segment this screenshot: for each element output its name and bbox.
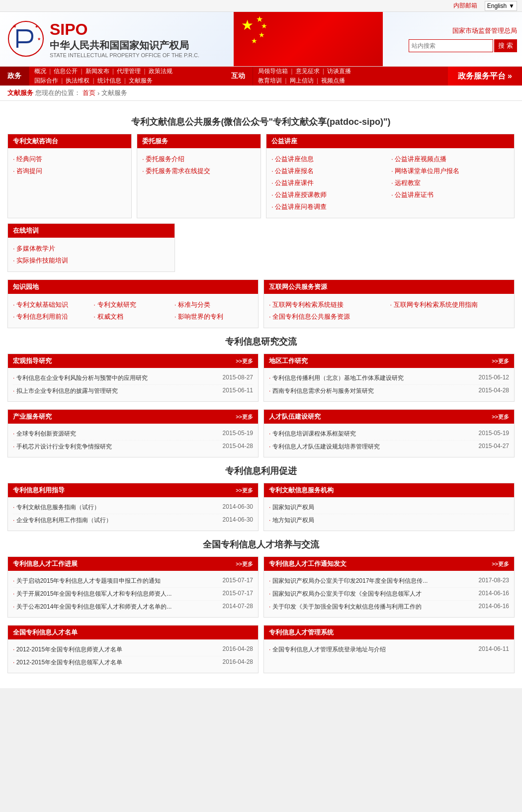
language-label: English <box>487 2 507 9</box>
patent-info-frontier-link[interactable]: 专利信息利用前沿 <box>16 313 68 320</box>
talent-notice-more-link[interactable]: >>更多 <box>492 560 509 568</box>
promote-guide-1-link[interactable]: 专利文献信息服务指南（试行） <box>13 503 218 512</box>
nav-links-zhengwu: 概况| 信息公开| 新闻发布| 代理管理| 政策法规 国际合作| 执法维权| 统… <box>29 65 224 87</box>
talent-progress-2-link[interactable]: 关于开展2015年全国专利信息领军人才和专利信息师资人... <box>13 590 218 598</box>
talent-progress-3-link[interactable]: 关于公布2014年全国专利信息领军人才和师资人才名单的... <box>13 603 218 611</box>
nav-tab-zhengwu[interactable]: 政务 <box>0 67 29 86</box>
lecture-teacher-link[interactable]: 公益讲座授课教师 <box>275 191 327 198</box>
promote-section-title: 专利信息利用促进 <box>7 465 515 477</box>
talent-notice-1-link[interactable]: 国家知识产权局办公室关于印发2017年度全国专利信息传... <box>269 577 474 585</box>
talent-research-item-1-date: 2015-05-19 <box>479 430 509 438</box>
standards-classification-link[interactable]: 标准与分类 <box>178 301 210 308</box>
remote-classroom-link[interactable]: 远程教室 <box>395 179 421 186</box>
language-selector[interactable]: English ▼ <box>485 1 517 11</box>
nav-link-education[interactable]: 教育培训 <box>258 77 282 85</box>
nav-link-docs[interactable]: 文献服务 <box>129 77 153 85</box>
industry-item-1-link[interactable]: 全球专利创新资源研究 <box>13 430 218 438</box>
nav-link-opinion[interactable]: 意见征求 <box>296 67 320 76</box>
talent-notice-2-link[interactable]: 国家知识产权局办公室关于印发《全国专利信息领军人才 <box>269 590 474 598</box>
talent-list-1-date: 2016-04-28 <box>223 645 253 654</box>
talent-research-item-1-link[interactable]: 专利信息培训课程体系框架研究 <box>269 430 474 438</box>
star-icon: ★ <box>241 17 254 33</box>
lecture-online-link[interactable]: 网络课堂单位用户报名 <box>395 167 459 175</box>
nav-link-interview[interactable]: 访谈直播 <box>327 67 351 76</box>
promote-guide-2-link[interactable]: 企业专利信息利用工作指南（试行） <box>13 516 218 525</box>
research-regional-more-link[interactable]: >>更多 <box>492 358 509 365</box>
lecture-courseware-link[interactable]: 公益讲座课件 <box>275 179 314 186</box>
regional-item-1-date: 2015-06-12 <box>479 374 509 382</box>
classic-qa-link[interactable]: 经典问答 <box>16 155 42 163</box>
talent-system-1-link[interactable]: 全国专利信息人才管理系统登录地址与介绍 <box>269 645 474 654</box>
nav-link-news[interactable]: 新闻发布 <box>86 67 109 76</box>
lecture-video-link[interactable]: 公益讲座视频点播 <box>395 155 446 163</box>
search-button[interactable]: 搜 索 <box>494 39 517 52</box>
research-box-regional-header: 地区工作研究 >>更多 <box>264 354 514 368</box>
talent-list-1-link[interactable]: 2012-2015年全国专利信息师资人才名单 <box>13 645 218 654</box>
nav-tab-hudong[interactable]: 互动 <box>224 67 253 86</box>
promote-box-guidance: 专利信息利用指导 >>更多 专利文献信息服务指南（试行） 2014-06-30 … <box>7 483 259 531</box>
nav-link-policy[interactable]: 政策法规 <box>149 67 173 76</box>
entrust-submit-link[interactable]: 委托服务需求在线提交 <box>146 167 210 175</box>
macro-item-1-link[interactable]: 专利信息在企业专利风险分析与预警中的应用研究 <box>13 374 218 382</box>
patent-doc-research-link[interactable]: 专利文献研究 <box>97 301 136 308</box>
talent-progress-2-date: 2015-07-17 <box>223 590 253 598</box>
promote-item: 企业专利信息利用工作指南（试行） 2014-06-30 <box>13 514 253 527</box>
research-item: 专利信息人才队伍建设规划培养管理研究 2015-04-27 <box>269 441 509 453</box>
lecture-register-link[interactable]: 公益讲座报名 <box>275 167 314 175</box>
macro-item-2-link[interactable]: 拟上市企业专利信息的披露与管理研究 <box>13 387 218 395</box>
promote-box-guidance-header: 专利信息利用指导 >>更多 <box>8 483 258 497</box>
authoritative-docs-link[interactable]: 权威文档 <box>97 313 123 320</box>
nav-link-petition[interactable]: 网上信访 <box>290 77 314 85</box>
talent-research-item-2-link[interactable]: 专利信息人才队伍建设规划培养管理研究 <box>269 443 474 451</box>
research-talent-more-link[interactable]: >>更多 <box>492 413 509 421</box>
regional-item-2-link[interactable]: 西南专利信息需求分析与服务对策研究 <box>269 387 474 395</box>
nav-link-agency[interactable]: 代理管理 <box>117 67 141 76</box>
service-box-knowledge-body: 专利文献基础知识 专利信息利用前沿 专利文献研究 权威文档 标准与分类 影响世界… <box>8 294 258 328</box>
gov-service-platform-btn[interactable]: 政务服务平台 » <box>448 67 522 86</box>
market-supervision-link[interactable]: 国家市场监督管理总局 <box>452 26 517 35</box>
internet-search-link-link[interactable]: 互联网专利检索系统链接 <box>272 301 344 308</box>
talent-notice-3-link[interactable]: 关于印发《关于加强全国专利文献信息传播与利用工作的 <box>269 603 474 611</box>
nav-link-video[interactable]: 视频点播 <box>321 77 345 85</box>
talent-box-notice-body: 国家知识产权局办公室关于印发2017年度全国专利信息传... 2017-08-2… <box>264 571 514 617</box>
national-ipr-link[interactable]: 国家知识产权局 <box>269 503 504 512</box>
research-grid-top: 宏观指导研究 >>更多 专利信息在企业专利风险分析与预警中的应用研究 2015-… <box>7 354 515 402</box>
talent-list-2-link[interactable]: 2012-2015年全国专利信息领军人才名单 <box>13 658 218 667</box>
search-input[interactable] <box>409 39 493 52</box>
operations-link[interactable]: 实际操作技能培训 <box>16 257 68 264</box>
nav-link-infopub[interactable]: 信息公开 <box>54 67 78 76</box>
macro-item-2-date: 2015-06-11 <box>223 387 253 395</box>
local-ipr-link[interactable]: 地方知识产权局 <box>269 516 504 525</box>
svg-text:★: ★ <box>12 23 17 29</box>
patent-doc-basic-link[interactable]: 专利文献基础知识 <box>16 301 68 308</box>
industry-item-2-link[interactable]: 手机芯片设计行业专利竞争情报研究 <box>13 443 218 451</box>
talent-item: 关于印发《关于加强全国专利文献信息传播与利用工作的 2014-06-16 <box>269 601 509 613</box>
nav-link-stats[interactable]: 统计信息 <box>97 77 121 85</box>
promote-guidance-more-link[interactable]: >>更多 <box>236 487 253 494</box>
lecture-info-link[interactable]: 公益讲座信息 <box>275 155 314 163</box>
internet-search-guide-link[interactable]: 互联网专利检索系统使用指南 <box>394 301 478 308</box>
entrust-intro-link[interactable]: 委托服务介绍 <box>146 155 184 163</box>
breadcrumb-home[interactable]: 首页 <box>83 89 95 97</box>
consult-link[interactable]: 咨询提问 <box>16 167 42 175</box>
world-patents-link[interactable]: 影响世界的专利 <box>178 313 223 320</box>
lecture-cert-link[interactable]: 公益讲座证书 <box>395 191 434 198</box>
lecture-survey-link[interactable]: 公益讲座问卷调查 <box>275 203 327 210</box>
multimedia-link[interactable]: 多媒体教学片 <box>16 245 55 252</box>
nav-link-overview[interactable]: 概况 <box>34 67 46 76</box>
nav-link-intl[interactable]: 国际合作 <box>34 77 58 85</box>
national-patent-service-link[interactable]: 全国专利信息公共服务资源 <box>272 313 350 320</box>
research-industry-more-link[interactable]: >>更多 <box>236 413 253 421</box>
promote-guide-2-date: 2014-06-30 <box>223 516 253 525</box>
service-box-training-header: 在线培训 <box>8 224 174 238</box>
header: ★ ★ ★ SIPO 中华人民共和国国家知识产权局 STATE INTELLEC… <box>0 12 522 67</box>
breadcrumb-current: 文献服务 <box>101 89 127 97</box>
nav-link-leader-mail[interactable]: 局领导信箱 <box>258 67 288 76</box>
regional-item-1-link[interactable]: 专利信息传播利用（北京）基地工作体系建设研究 <box>269 374 474 382</box>
research-macro-more-link[interactable]: >>更多 <box>236 358 253 365</box>
talent-progress-1-link[interactable]: 关于启动2015年专利信息人才专题项目申报工作的通知 <box>13 577 218 585</box>
research-grid-bottom: 产业服务研究 >>更多 全球专利创新资源研究 2015-05-19 手机芯片设计… <box>7 409 515 457</box>
talent-progress-more-link[interactable]: >>更多 <box>236 560 253 568</box>
internal-mail-link[interactable]: 内部邮箱 <box>453 1 477 10</box>
nav-link-enforcement[interactable]: 执法维权 <box>66 77 89 85</box>
